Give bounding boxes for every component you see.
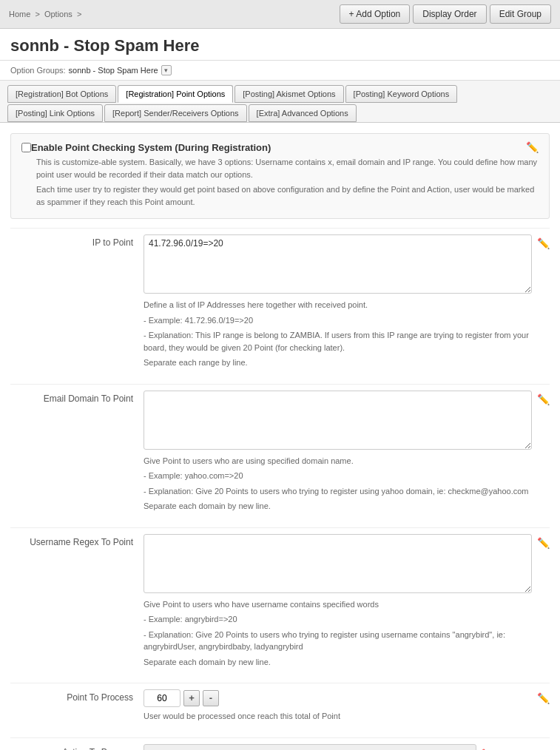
tab-extra-advanced[interactable]: [Extra] Advanced Options: [249, 104, 357, 122]
email-domain-content: ✏️ Give Point to users who are using spe…: [144, 391, 550, 513]
action-to-process-label: Action To Process: [10, 744, 144, 751]
ip-to-point-help1: Define a list of IP Addresses here toget…: [144, 299, 550, 311]
option-group-name: sonnb - Stop Spam Here: [69, 66, 158, 75]
username-regex-textarea[interactable]: [144, 534, 532, 593]
username-regex-help2: - Example: angrybird=>20: [144, 613, 550, 626]
enable-point-label: Enable Point Checking System (During Reg…: [31, 142, 271, 153]
username-regex-edit-icon[interactable]: ✏️: [537, 537, 550, 549]
ip-to-point-content: 41.72.96.0/19=>20 ✏️ Define a list of IP…: [144, 234, 550, 369]
page-header: sonnb - Stop Spam Here: [0, 29, 560, 61]
tab-registration-bot[interactable]: [Registration] Bot Options: [7, 85, 116, 103]
breadcrumb-home[interactable]: Home: [9, 10, 30, 18]
tab-posting-akismet[interactable]: [Posting] Akismet Options: [235, 85, 343, 103]
display-order-button[interactable]: Display Order: [413, 4, 486, 24]
email-domain-textarea[interactable]: [144, 391, 532, 450]
email-domain-label: Email Domain To Point: [10, 391, 144, 404]
point-controls: + - ✏️: [144, 689, 550, 707]
username-regex-help3: - Explanation: Give 20 Points to users w…: [144, 629, 550, 653]
point-to-process-label: Point To Process: [10, 689, 144, 703]
point-to-process-help: User would be processed once reach this …: [144, 710, 550, 723]
point-to-process-edit-icon[interactable]: ✏️: [537, 692, 550, 704]
ip-to-point-help2: - Example: 41.72.96.0/19=>20: [144, 314, 550, 327]
tab-report-sender[interactable]: [Report] Sender/Receivers Options: [104, 104, 247, 122]
point-to-process-content: + - ✏️ User would be processed once reac…: [144, 689, 550, 723]
checkbox-desc1: This is customize-able system. Basically…: [36, 156, 539, 180]
email-domain-help2: - Example: yahoo.com=>20: [144, 470, 550, 482]
action-to-process-row: Action To Process Do not allow to regist…: [10, 737, 550, 751]
ip-to-point-row: IP to Point 41.72.96.0/19=>20 ✏️ Define …: [10, 228, 550, 375]
username-regex-help4: Separate each domain by new line.: [144, 656, 550, 669]
checkbox-desc2: Each time user try to register they woul…: [36, 183, 539, 208]
username-regex-help1: Give Point to users who have username co…: [144, 598, 550, 611]
tab-posting-link[interactable]: [Posting] Link Options: [7, 104, 103, 122]
enable-point-edit-icon[interactable]: ✏️: [526, 141, 539, 153]
tab-posting-keyword[interactable]: [Posting] Keyword Options: [345, 85, 458, 103]
option-group-bar: Option Groups: sonnb - Stop Spam Here ▾: [0, 61, 560, 81]
edit-group-button[interactable]: Edit Group: [490, 4, 551, 24]
option-group-label: Option Groups:: [10, 66, 66, 75]
ip-to-point-label: IP to Point: [10, 234, 144, 248]
breadcrumb-options[interactable]: Options: [44, 10, 72, 18]
email-domain-help4: Separate each domain by new line.: [144, 500, 550, 513]
action-to-process-select[interactable]: Do not allow to register. Return error m…: [144, 744, 476, 751]
action-select-wrapper: Do not allow to register. Return error m…: [144, 744, 550, 751]
point-to-process-input[interactable]: [144, 689, 181, 707]
ip-to-point-help4: Separate each range by line.: [144, 357, 550, 369]
enable-point-checkbox[interactable]: [21, 143, 31, 152]
ip-to-point-edit-icon[interactable]: ✏️: [537, 237, 550, 249]
point-minus-button[interactable]: -: [203, 690, 219, 706]
breadcrumb-sep1: >: [35, 10, 39, 18]
option-group-dropdown-icon[interactable]: ▾: [161, 65, 172, 75]
top-bar: Home > Options > + Add Option Display Or…: [0, 0, 560, 29]
email-domain-edit-icon[interactable]: ✏️: [537, 393, 550, 405]
ip-to-point-textarea[interactable]: 41.72.96.0/19=>20: [144, 234, 532, 294]
email-domain-row: Email Domain To Point ✏️ Give Point to u…: [10, 384, 550, 518]
username-regex-label: Username Regex To Point: [10, 534, 144, 547]
breadcrumb: Home > Options >: [9, 10, 84, 18]
ip-to-point-help3: - Explanation: This IP range is belong t…: [144, 329, 550, 354]
add-option-button[interactable]: + Add Option: [340, 4, 411, 24]
breadcrumb-sep2: >: [77, 10, 81, 18]
content-area: Enable Point Checking System (During Reg…: [0, 123, 560, 750]
checkbox-header: Enable Point Checking System (During Reg…: [21, 141, 539, 153]
top-buttons: + Add Option Display Order Edit Group: [340, 4, 551, 24]
page-title: sonnb - Stop Spam Here: [10, 36, 199, 55]
username-regex-row: Username Regex To Point ✏️ Give Point to…: [10, 527, 550, 675]
username-regex-content: ✏️ Give Point to users who have username…: [144, 534, 550, 669]
point-plus-button[interactable]: +: [183, 690, 200, 706]
point-to-process-row: Point To Process + - ✏️ User would be pr…: [10, 683, 550, 729]
email-domain-help3: - Explanation: Give 20 Points to users w…: [144, 485, 550, 498]
email-domain-help1: Give Point to users who are using specif…: [144, 455, 550, 467]
tabs-row: [Registration] Bot Options [Registration…: [0, 81, 560, 123]
tab-registration-point[interactable]: [Registration] Point Options: [118, 85, 233, 103]
enable-point-section: Enable Point Checking System (During Reg…: [10, 133, 550, 219]
action-to-process-content: Do not allow to register. Return error m…: [144, 744, 550, 751]
